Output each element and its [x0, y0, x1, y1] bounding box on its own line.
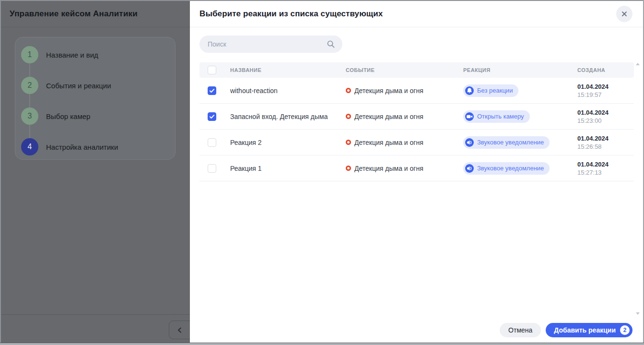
event-label: Детекция дыма и огня — [354, 139, 423, 146]
row-checkbox[interactable] — [208, 164, 216, 173]
reaction-label: Открыть камеру — [477, 113, 524, 120]
event-type-icon — [346, 88, 351, 93]
created-time: 15:27:13 — [577, 168, 634, 177]
select-all-checkbox[interactable] — [208, 66, 216, 74]
created-cell: 01.04.2024 15:26:58 — [577, 134, 634, 151]
step-label: События и реакции — [46, 82, 111, 90]
reaction-badge: Без реакции — [463, 84, 518, 97]
created-date: 01.04.2024 — [577, 134, 634, 143]
event-type-icon — [346, 114, 351, 119]
reactions-table: НАЗВАНИЕ СОБЫТИЕ РЕАКЦИЯ СОЗДАНА without… — [199, 62, 634, 181]
step-label: Название и вид — [46, 51, 98, 59]
row-checkbox[interactable] — [208, 86, 216, 95]
step-label: Настройка аналитики — [46, 143, 118, 151]
modal-title: Выберите реакции из списка существующих — [199, 9, 383, 19]
cancel-button[interactable]: Отмена — [500, 323, 541, 337]
bell-icon — [465, 86, 474, 95]
window-frame-left — [0, 0, 1, 345]
event-cell: Детекция дыма и огня — [346, 113, 463, 120]
event-cell: Детекция дыма и огня — [346, 87, 463, 95]
scrollbar-up-arrow-icon[interactable] — [636, 63, 640, 65]
event-label: Детекция дыма и огня — [354, 113, 423, 120]
reaction-cell: Звуковое уведомление — [463, 162, 577, 175]
created-date: 01.04.2024 — [577, 160, 634, 168]
step-number-circle: 2 — [21, 77, 38, 94]
created-time: 15:23:00 — [577, 117, 634, 125]
step-4-active: 4 Настройка аналитики — [21, 138, 175, 155]
table-body: without-reaction Детекция дыма и огня Бе… — [199, 78, 634, 181]
reaction-badge: Открыть камеру — [463, 110, 530, 123]
column-header-name: НАЗВАНИЕ — [230, 67, 346, 73]
add-reactions-button[interactable]: Добавить реакции 2 — [546, 323, 632, 337]
select-reactions-modal: Выберите реакции из списка существующих … — [190, 1, 643, 343]
scrollbar-down-arrow-icon[interactable] — [636, 312, 640, 315]
selected-count-badge: 2 — [620, 325, 630, 335]
step-1-done: 1 Название и вид — [21, 46, 175, 63]
column-header-event: СОБЫТИЕ — [346, 67, 463, 73]
close-icon — [621, 11, 628, 17]
reaction-cell: Открыть камеру — [463, 110, 577, 123]
step-3-done: 3 Выбор камер — [21, 107, 175, 125]
window-frame-top — [0, 0, 644, 1]
reaction-label: Звуковое уведомление — [477, 165, 544, 172]
step-2-done: 2 События и реакции — [21, 77, 175, 94]
modal-footer: Отмена Добавить реакции 2 — [500, 323, 632, 337]
reaction-label: Звуковое уведомление — [477, 139, 544, 146]
reaction-badge: Звуковое уведомление — [463, 136, 550, 149]
event-cell: Детекция дыма и огня — [346, 165, 463, 172]
table-row[interactable]: Реакция 2 Детекция дыма и огня Звуковое … — [199, 130, 634, 155]
reaction-label: Без реакции — [477, 87, 513, 94]
reaction-name: without-reaction — [230, 87, 346, 95]
event-label: Детекция дыма и огня — [354, 165, 423, 172]
close-button[interactable] — [616, 6, 632, 22]
reaction-cell: Без реакции — [463, 84, 577, 97]
column-header-reaction: РЕАКЦИЯ — [463, 67, 577, 73]
created-cell: 01.04.2024 15:23:00 — [577, 108, 634, 125]
reaction-cell: Звуковое уведомление — [463, 136, 577, 149]
step-connector — [29, 125, 30, 138]
event-type-icon — [346, 166, 351, 171]
created-time: 15:19:57 — [577, 91, 634, 99]
table-row[interactable]: Запасной вход. Детекция дыма Детекция ды… — [199, 104, 634, 130]
chevron-left-icon — [176, 327, 183, 333]
table-row[interactable]: without-reaction Детекция дыма и огня Бе… — [199, 78, 634, 104]
created-cell: 01.04.2024 15:27:13 — [577, 160, 634, 177]
reaction-name: Запасной вход. Детекция дыма — [230, 113, 346, 120]
stepper: 1 Название и вид 2 События и реакции 3 В… — [21, 46, 175, 155]
row-checkbox[interactable] — [208, 112, 216, 121]
search-input[interactable] — [199, 36, 327, 53]
search-icon — [327, 40, 335, 48]
created-date: 01.04.2024 — [577, 83, 634, 91]
created-cell: 01.04.2024 15:19:57 — [577, 83, 634, 99]
created-date: 01.04.2024 — [577, 108, 634, 117]
add-reactions-label: Добавить реакции — [554, 326, 616, 334]
table-row[interactable]: Реакция 1 Детекция дыма и огня Звуковое … — [199, 155, 634, 181]
event-cell: Детекция дыма и огня — [346, 139, 463, 146]
reaction-name: Реакция 1 — [230, 165, 346, 172]
reaction-name: Реакция 2 — [230, 139, 346, 146]
search-field[interactable] — [199, 36, 342, 53]
step-connector — [29, 94, 30, 107]
speaker-icon — [465, 164, 474, 173]
event-type-icon — [346, 140, 351, 145]
table-header-row: НАЗВАНИЕ СОБЫТИЕ РЕАКЦИЯ СОЗДАНА — [199, 62, 634, 78]
camera-icon — [465, 112, 474, 121]
column-header-created: СОЗДАНА — [577, 67, 634, 73]
speaker-icon — [465, 138, 474, 147]
app-window: Управление кейсом Аналитики 1 Название и… — [0, 0, 644, 345]
background-page-header: Управление кейсом Аналитики — [0, 1, 190, 27]
modal-header: Выберите реакции из списка существующих — [190, 1, 643, 27]
step-number-circle: 1 — [21, 46, 38, 63]
window-frame-bottom — [0, 343, 644, 345]
step-connector — [29, 63, 30, 77]
page-title: Управление кейсом Аналитики — [10, 9, 138, 19]
row-checkbox[interactable] — [208, 138, 216, 147]
step-label: Выбор камер — [46, 112, 90, 120]
wizard-stepper-card: 1 Название и вид 2 События и реакции 3 В… — [15, 37, 176, 160]
created-time: 15:26:58 — [577, 143, 634, 151]
event-label: Детекция дыма и огня — [354, 87, 423, 95]
step-number-circle: 4 — [21, 138, 38, 155]
reaction-badge: Звуковое уведомление — [463, 162, 550, 175]
background-footer-divider — [0, 314, 190, 315]
step-number-circle: 3 — [21, 107, 38, 125]
